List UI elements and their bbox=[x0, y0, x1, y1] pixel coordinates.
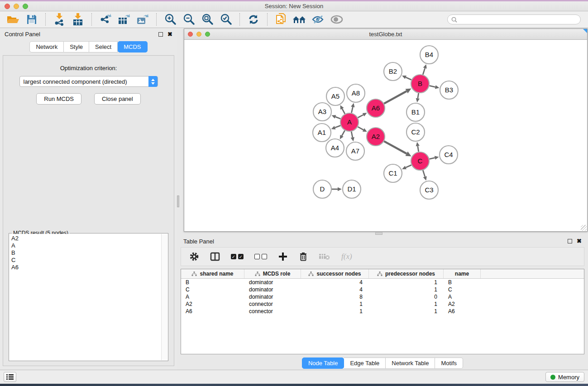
cell-name[interactable]: B bbox=[444, 279, 481, 286]
graph-edge-A-A2[interactable] bbox=[358, 127, 363, 130]
close-table-panel-icon[interactable]: ✖ bbox=[577, 239, 582, 243]
import-network-button[interactable] bbox=[52, 13, 67, 26]
column-header-name[interactable]: name bbox=[444, 269, 481, 278]
graph-edge-A-A1[interactable] bbox=[335, 125, 340, 128]
zoom-selected-button[interactable] bbox=[218, 13, 234, 26]
cell-name[interactable]: C bbox=[444, 286, 481, 293]
close-panel-icon[interactable]: ✖ bbox=[167, 32, 172, 37]
open-session-button[interactable] bbox=[5, 13, 21, 26]
search-input[interactable] bbox=[459, 16, 577, 23]
export-image-button[interactable] bbox=[135, 13, 150, 26]
select-all-button[interactable]: ✓✓ bbox=[231, 250, 244, 263]
cell-name[interactable]: A6 bbox=[444, 308, 481, 315]
graph-edge-B-B2[interactable] bbox=[406, 77, 411, 80]
result-list-item[interactable]: C bbox=[11, 257, 161, 264]
tab-network-table[interactable]: Network Table bbox=[386, 357, 435, 369]
cell-successor-nodes[interactable]: 1 bbox=[301, 301, 369, 307]
graph-edge-B-B1[interactable] bbox=[418, 93, 419, 99]
cell-mcds-role[interactable]: dominator bbox=[244, 279, 301, 286]
column-header-shared-name[interactable]: shared name bbox=[181, 269, 244, 278]
network-window-titlebar[interactable]: testGlobe.txt bbox=[184, 29, 587, 40]
column-header-mcds-role[interactable]: MCDS role bbox=[244, 269, 301, 278]
run-mcds-button[interactable]: Run MCDS bbox=[36, 93, 81, 105]
table-divider-handle[interactable] bbox=[375, 232, 382, 235]
show-all-button[interactable] bbox=[329, 13, 344, 26]
save-session-button[interactable] bbox=[24, 13, 39, 26]
table-row[interactable]: B dominator 4 1 B bbox=[181, 279, 584, 286]
column-header-predecessor-nodes[interactable]: predecessor nodes bbox=[369, 269, 444, 278]
optimization-criterion-select[interactable]: largest connected component (directed) bbox=[19, 76, 158, 87]
cell-shared-name[interactable]: C bbox=[181, 286, 244, 293]
first-neighbors-button[interactable] bbox=[292, 13, 307, 26]
show-task-history-button[interactable] bbox=[4, 372, 16, 382]
cell-shared-name[interactable]: B bbox=[181, 279, 244, 286]
cell-predecessor-nodes[interactable]: 1 bbox=[369, 286, 444, 293]
result-list-item[interactable]: B bbox=[11, 249, 161, 257]
cell-name[interactable]: A2 bbox=[444, 301, 481, 307]
table-row[interactable]: A dominator 8 0 A bbox=[181, 293, 584, 300]
cell-mcds-role[interactable]: dominator bbox=[244, 286, 301, 293]
new-network-from-selection-button[interactable] bbox=[273, 13, 289, 26]
result-list-item[interactable]: A bbox=[11, 242, 161, 249]
table-row[interactable]: A2 connector 1 1 A2 bbox=[181, 300, 584, 308]
cell-successor-nodes[interactable]: 8 bbox=[301, 294, 369, 300]
panel-divider-handle[interactable] bbox=[177, 195, 179, 207]
graph-edge-A-A8[interactable] bbox=[351, 107, 353, 113]
graph-edge-B-B3[interactable] bbox=[430, 86, 435, 87]
add-column-button[interactable] bbox=[278, 250, 288, 263]
network-canvas[interactable]: B4B2BB3A8A5A6A3B1AA1C2A2A4A7C4CC1DD1C3 bbox=[184, 40, 587, 231]
refresh-view-button[interactable] bbox=[246, 13, 261, 26]
graph-edge-A-A3[interactable] bbox=[335, 117, 340, 119]
export-network-button[interactable] bbox=[98, 13, 113, 26]
graph-edge-B-B4[interactable] bbox=[423, 68, 425, 75]
table-row[interactable]: A6 connector 1 1 A6 bbox=[181, 308, 584, 315]
graph-edge-C-C4[interactable] bbox=[429, 158, 435, 159]
cell-successor-nodes[interactable]: 4 bbox=[301, 286, 369, 293]
zoom-in-button[interactable] bbox=[163, 13, 178, 26]
graph-edge-A-A6[interactable] bbox=[358, 115, 363, 118]
table-row[interactable]: C dominator 4 1 C bbox=[181, 286, 584, 293]
graph-edge-C-C3[interactable] bbox=[423, 170, 425, 176]
cell-predecessor-nodes[interactable]: 1 bbox=[369, 301, 444, 307]
result-list-item[interactable]: A2 bbox=[11, 235, 161, 242]
cell-shared-name[interactable]: A bbox=[181, 294, 244, 300]
tab-mcds[interactable]: MCDS bbox=[118, 41, 147, 52]
table-settings-button[interactable] bbox=[189, 250, 199, 263]
float-panel-icon[interactable] bbox=[158, 32, 163, 37]
cell-predecessor-nodes[interactable]: 1 bbox=[369, 279, 444, 286]
graph-edge-C-C1[interactable] bbox=[406, 165, 411, 168]
zoom-fit-button[interactable] bbox=[200, 13, 215, 26]
cell-predecessor-nodes[interactable]: 1 bbox=[369, 308, 444, 315]
column-header-successor-nodes[interactable]: successor nodes bbox=[301, 269, 369, 278]
close-panel-button[interactable]: Close panel bbox=[94, 93, 141, 105]
cell-shared-name[interactable]: A2 bbox=[181, 301, 244, 307]
result-list-scrollbar[interactable] bbox=[161, 234, 167, 360]
graph-edge-C-C2[interactable] bbox=[418, 146, 419, 152]
cell-mcds-role[interactable]: connector bbox=[244, 301, 301, 307]
deselect-all-button[interactable] bbox=[254, 250, 267, 263]
delete-column-button[interactable] bbox=[299, 250, 308, 263]
tab-network[interactable]: Network bbox=[29, 41, 64, 52]
network-graph[interactable]: B4B2BB3A8A5A6A3B1AA1C2A2A4A7C4CC1DD1C3 bbox=[184, 40, 587, 231]
tab-style[interactable]: Style bbox=[64, 41, 89, 52]
cell-mcds-role[interactable]: connector bbox=[244, 308, 301, 315]
cell-mcds-role[interactable]: dominator bbox=[244, 294, 301, 300]
export-table-button[interactable] bbox=[116, 13, 132, 26]
search-field[interactable] bbox=[447, 14, 581, 24]
tab-motifs[interactable]: Motifs bbox=[435, 357, 463, 369]
window-resize-grip[interactable] bbox=[581, 225, 587, 231]
graph-edge-A-A5[interactable] bbox=[342, 109, 345, 114]
graph-edge-A-A4[interactable] bbox=[342, 130, 345, 136]
zoom-out-button[interactable] bbox=[181, 13, 196, 26]
float-table-panel-icon[interactable] bbox=[568, 239, 572, 243]
memory-button[interactable]: Memory bbox=[545, 372, 584, 382]
graph-edge-A2-C[interactable] bbox=[384, 141, 406, 153]
cell-successor-nodes[interactable]: 4 bbox=[301, 279, 369, 286]
hide-selected-button[interactable] bbox=[311, 13, 326, 26]
result-list-item[interactable]: A6 bbox=[11, 264, 161, 271]
cell-predecessor-nodes[interactable]: 0 bbox=[369, 294, 444, 300]
show-column-button[interactable] bbox=[210, 250, 220, 263]
cell-name[interactable]: A bbox=[444, 294, 481, 300]
cell-shared-name[interactable]: A6 bbox=[181, 308, 244, 315]
graph-edge-A-A7[interactable] bbox=[351, 132, 353, 138]
